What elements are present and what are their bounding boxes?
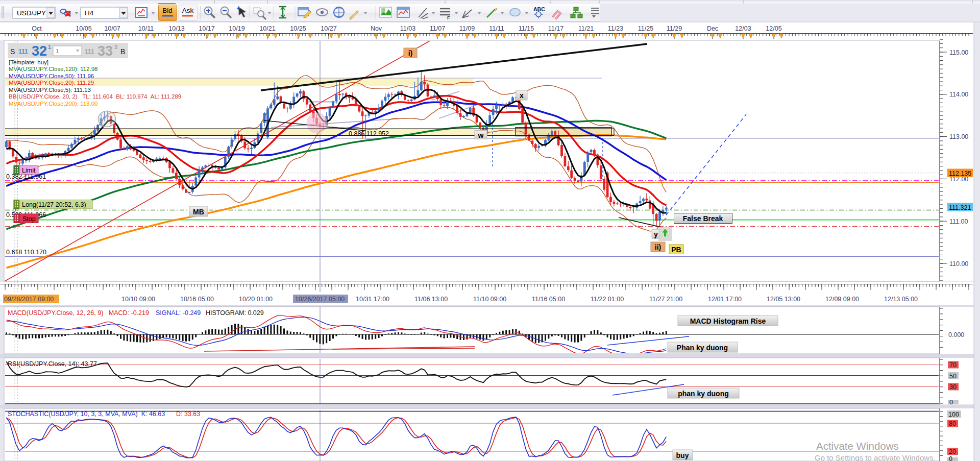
- svg-text:10/05: 10/05: [76, 25, 91, 32]
- svg-text:12/01 17:00: 12/01 17:00: [708, 296, 742, 303]
- svg-text:H4: H4: [85, 9, 94, 17]
- svg-text:MVA(USD/JPY.Close,20): 111.29: MVA(USD/JPY.Close,20): 111.29: [9, 80, 94, 86]
- svg-text:111: 111: [18, 48, 28, 55]
- svg-text:w: w: [478, 131, 484, 139]
- svg-text:Stop: Stop: [22, 215, 36, 223]
- svg-text:12/13 05:00: 12/13 05:00: [884, 296, 918, 303]
- svg-text:110.00: 110.00: [949, 260, 968, 268]
- svg-text:MACD Histogram Rise: MACD Histogram Rise: [690, 317, 766, 325]
- svg-text:10/16 05:00: 10/16 05:00: [180, 296, 214, 303]
- svg-text:0: 0: [949, 399, 953, 406]
- svg-text:PB: PB: [671, 246, 681, 254]
- svg-text:12/05 13:00: 12/05 13:00: [767, 296, 800, 303]
- svg-text:HISTOGRAM: 0.029: HISTOGRAM: 0.029: [206, 309, 264, 317]
- svg-text:MACD(USD/JPY.Close, 12, 26, 9): MACD(USD/JPY.Close, 12, 26, 9) MACD: -0.…: [8, 309, 149, 317]
- svg-text:10/27: 10/27: [321, 25, 336, 32]
- svg-text:10/10 09:00: 10/10 09:00: [121, 296, 155, 303]
- svg-text:Ask: Ask: [182, 7, 194, 14]
- svg-text:32: 32: [32, 43, 47, 59]
- svg-text:3: 3: [114, 44, 117, 50]
- svg-text:Long(11/27 20:52, 6.3): Long(11/27 20:52, 6.3): [22, 201, 86, 208]
- svg-text:10/11: 10/11: [138, 25, 154, 32]
- svg-text:20: 20: [949, 448, 956, 455]
- svg-text:10/25: 10/25: [290, 25, 306, 32]
- svg-text:Go to Settings to activate Win: Go to Settings to activate Windows.: [815, 453, 936, 461]
- svg-text:100: 100: [948, 411, 959, 418]
- svg-text:111.321: 111.321: [949, 204, 971, 211]
- svg-text:Limit: Limit: [22, 167, 36, 174]
- svg-text:[Template: huy]: [Template: huy]: [9, 59, 48, 65]
- svg-text:0.000: 0.000: [948, 331, 964, 338]
- svg-text:Activate Windows: Activate Windows: [816, 440, 899, 452]
- svg-text:Bid: Bid: [162, 7, 173, 14]
- svg-text:115.00: 115.00: [949, 49, 968, 56]
- svg-text:10/07: 10/07: [104, 25, 120, 32]
- svg-text:11/09: 11/09: [459, 25, 475, 32]
- svg-text:BB(USD/JPY.Close, 20, 2) TL:: BB(USD/JPY.Close, 20, 2) TL: 111.604 BL:…: [9, 93, 181, 100]
- svg-text:11/10 09:00: 11/10 09:00: [473, 296, 506, 303]
- svg-text:Phan ky duong: Phan ky duong: [677, 344, 728, 352]
- svg-text:30: 30: [949, 383, 957, 391]
- svg-text:x: x: [520, 91, 524, 100]
- svg-text:MVA(USD/JPY.Close,120): 112.98: MVA(USD/JPY.Close,120): 112.98: [9, 66, 98, 72]
- svg-text:y: y: [654, 230, 658, 238]
- svg-text:0: 0: [949, 455, 952, 461]
- svg-text:S: S: [10, 47, 15, 56]
- svg-text:MVA(USD/JPY.Close,5): 111.13: MVA(USD/JPY.Close,5): 111.13: [9, 87, 91, 93]
- svg-text:10/20 01:00: 10/20 01:00: [239, 296, 273, 303]
- svg-text:12/03: 12/03: [735, 25, 751, 32]
- svg-text:10/21: 10/21: [259, 25, 275, 32]
- svg-text:ABC: ABC: [533, 6, 545, 12]
- svg-text:12/05: 12/05: [766, 25, 781, 32]
- svg-text:11/15: 11/15: [519, 25, 534, 32]
- svg-text:11/06 13:00: 11/06 13:00: [414, 296, 448, 303]
- svg-text:Nov: Nov: [371, 25, 382, 32]
- svg-text:12/09 09:00: 12/09 09:00: [825, 296, 859, 303]
- svg-text:10/13: 10/13: [168, 25, 184, 32]
- svg-text:80: 80: [949, 420, 956, 427]
- svg-text:MB: MB: [193, 208, 204, 216]
- svg-text:B: B: [120, 47, 125, 56]
- svg-text:0.886 112.952: 0.886 112.952: [349, 130, 389, 137]
- svg-text:STOCHASTIC(USD/JPY, 10, 3, 3,: STOCHASTIC(USD/JPY, 10, 3, 3, MVA, MVA) …: [8, 410, 165, 418]
- svg-text:11/23: 11/23: [608, 25, 623, 32]
- svg-text:50: 50: [949, 373, 957, 380]
- svg-text:10/26/2017 05:00: 10/26/2017 05:00: [295, 296, 345, 303]
- svg-text:10/17: 10/17: [199, 25, 214, 32]
- svg-text:11/21: 11/21: [578, 25, 594, 32]
- svg-text:111.00: 111.00: [949, 218, 968, 225]
- svg-text:D: 33.63: D: 33.63: [176, 410, 200, 418]
- svg-text:11/27 21:00: 11/27 21:00: [649, 296, 682, 303]
- svg-text:MVA(USD/JPY.Close,50): 111.96: MVA(USD/JPY.Close,50): 111.96: [9, 73, 94, 79]
- svg-text:USD/JPY: USD/JPY: [17, 9, 46, 17]
- svg-text:F: F: [447, 15, 450, 20]
- svg-text:11/25: 11/25: [638, 25, 653, 32]
- svg-text:10/19: 10/19: [229, 25, 244, 32]
- svg-text:11/29: 11/29: [667, 25, 682, 32]
- svg-text:phan ky duong: phan ky duong: [678, 390, 729, 398]
- svg-text:False Break: False Break: [683, 214, 723, 223]
- svg-text:buy: buy: [676, 451, 689, 459]
- svg-text:11/03: 11/03: [400, 25, 415, 32]
- svg-text:10/31 17:00: 10/31 17:00: [356, 296, 389, 303]
- svg-text:Dec: Dec: [707, 25, 718, 32]
- svg-text:SIGNAL: -0.249: SIGNAL: -0.249: [156, 309, 201, 317]
- svg-text:1: 1: [56, 48, 59, 54]
- svg-text:09/28/2017 09:00: 09/28/2017 09:00: [4, 296, 54, 303]
- svg-text:11/22 01:00: 11/22 01:00: [591, 296, 624, 303]
- svg-text:11/16 05:00: 11/16 05:00: [532, 296, 565, 303]
- svg-text:70: 70: [949, 361, 957, 369]
- svg-text:33: 33: [97, 43, 113, 59]
- svg-text:11/11: 11/11: [489, 25, 504, 32]
- svg-text:111: 111: [85, 48, 94, 55]
- svg-text:i): i): [408, 49, 413, 57]
- svg-text:114.00: 114.00: [949, 91, 968, 98]
- svg-text:0.618 110.170: 0.618 110.170: [6, 249, 46, 256]
- svg-text:Oct: Oct: [32, 25, 42, 32]
- svg-text:11/07: 11/07: [430, 25, 445, 32]
- svg-text:MVA(USD/JPY.Close,200): 113.00: MVA(USD/JPY.Close,200): 113.00: [9, 101, 98, 107]
- svg-text:11/17: 11/17: [548, 25, 564, 32]
- svg-text:1: 1: [48, 44, 51, 50]
- svg-text:112.135: 112.135: [949, 170, 971, 177]
- svg-text:ii): ii): [655, 243, 661, 251]
